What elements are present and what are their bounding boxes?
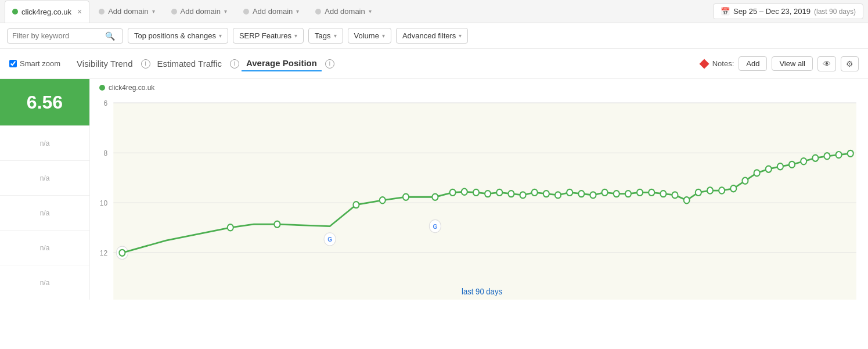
svg-point-42 (578, 190, 584, 197)
na-row-3: n/a (0, 195, 89, 230)
add-domain-label-4: Add domain (325, 7, 365, 16)
svg-point-41 (567, 189, 572, 196)
notes-add-button[interactable]: Add (739, 56, 767, 71)
date-range-button[interactable]: 📅 Sep 25 – Dec 23, 2019 (last 90 days) (713, 3, 863, 19)
visibility-trend-info-icon[interactable]: i (141, 59, 150, 69)
svg-text:6: 6 (104, 98, 108, 107)
average-position-label: Average Position (246, 58, 317, 68)
svg-text:10: 10 (100, 198, 107, 207)
svg-point-40 (555, 192, 561, 198)
date-range-label: Sep 25 – Dec 23, 2019 (733, 7, 811, 16)
average-position-info-icon[interactable]: i (325, 59, 334, 69)
serp-features-label: SERP Features (239, 31, 291, 40)
svg-point-28 (380, 197, 386, 203)
svg-point-24 (119, 250, 125, 256)
svg-point-31 (450, 189, 456, 196)
visibility-trend-label: Visibility Trend (77, 59, 132, 69)
serp-features-filter-button[interactable]: SERP Features ▾ (233, 28, 304, 44)
active-tab-label: click4reg.co.uk (21, 8, 71, 16)
add-domain-button-2[interactable]: Add domain ▾ (164, 3, 234, 19)
svg-point-38 (532, 189, 538, 196)
svg-point-57 (754, 170, 760, 176)
svg-point-58 (766, 166, 772, 172)
notes-diamond-icon (699, 59, 709, 69)
svg-text:G: G (327, 236, 332, 243)
svg-point-47 (637, 189, 643, 196)
svg-rect-0 (113, 103, 856, 300)
tab-bar: click4reg.co.uk × Add domain ▾ Add domai… (0, 0, 868, 23)
add-domain-dot-icon (99, 9, 105, 15)
search-icon[interactable]: 🔍 (105, 31, 115, 41)
svg-point-45 (614, 190, 620, 197)
smart-zoom-label: Smart zoom (20, 59, 60, 68)
add-domain-dot-icon-3 (243, 9, 249, 15)
svg-point-60 (789, 161, 795, 168)
chevron-down-icon-1: ▾ (152, 8, 155, 15)
tab-estimated-traffic[interactable]: Estimated Traffic (153, 56, 226, 71)
top-positions-filter-button[interactable]: Top positions & changes ▾ (128, 28, 228, 44)
date-range-sub: (last 90 days) (814, 8, 856, 16)
svg-point-52 (696, 189, 701, 196)
notes-section: Notes: Add View all 👁 ⚙ (701, 56, 859, 71)
add-domain-dot-icon-2 (171, 9, 177, 15)
chevron-down-icon-positions: ▾ (219, 33, 222, 39)
average-position-score: 6.56 (0, 79, 89, 125)
svg-point-30 (432, 194, 438, 200)
chevron-down-icon-tags: ▾ (334, 33, 337, 39)
na-row-4: n/a (0, 230, 89, 265)
svg-point-48 (649, 189, 654, 196)
svg-point-44 (602, 189, 608, 196)
calendar-icon: 📅 (721, 7, 730, 16)
add-domain-button-1[interactable]: Add domain ▾ (92, 3, 161, 19)
na-row-1: n/a (0, 125, 89, 160)
svg-point-46 (625, 190, 631, 197)
svg-text:8: 8 (104, 148, 108, 157)
svg-point-50 (672, 192, 678, 198)
svg-point-29 (403, 194, 409, 200)
chart-header: Smart zoom Visibility Trend i Estimated … (0, 49, 868, 79)
filter-bar: 🔍 Top positions & changes ▾ SERP Feature… (0, 23, 868, 49)
tab-visibility-trend[interactable]: Visibility Trend (72, 56, 137, 71)
tags-filter-button[interactable]: Tags ▾ (308, 28, 343, 44)
smart-zoom-checkbox[interactable] (9, 60, 17, 67)
add-domain-button-3[interactable]: Add domain ▾ (236, 3, 306, 19)
add-domain-button-4[interactable]: Add domain ▾ (308, 3, 378, 19)
svg-point-35 (496, 189, 502, 196)
svg-point-64 (836, 152, 842, 158)
svg-point-63 (824, 153, 830, 159)
svg-text:G: G (433, 222, 438, 230)
svg-point-49 (660, 190, 666, 197)
tab-close-button[interactable]: × (77, 7, 82, 16)
chevron-down-icon-advanced: ▾ (459, 33, 462, 39)
svg-text:last 90 days: last 90 days (462, 286, 502, 296)
svg-point-62 (812, 155, 818, 161)
estimated-traffic-info-icon[interactable]: i (230, 59, 239, 69)
advanced-filters-button[interactable]: Advanced filters ▾ (396, 28, 469, 44)
svg-text:12: 12 (100, 248, 107, 257)
svg-point-54 (719, 187, 725, 193)
keyword-filter-input[interactable] (12, 31, 105, 40)
svg-point-26 (274, 221, 280, 228)
chevron-down-icon-3: ▾ (296, 8, 299, 15)
svg-point-61 (801, 158, 806, 164)
tags-label: Tags (315, 31, 330, 40)
svg-point-37 (520, 192, 526, 198)
notes-viewall-button[interactable]: View all (772, 56, 813, 71)
volume-filter-button[interactable]: Volume ▾ (348, 28, 391, 44)
svg-point-33 (473, 189, 479, 196)
chart-svg: 6 8 10 12 Sep 23 Oct 7 Oct 21 Nov 4 Nov … (90, 96, 868, 300)
active-tab[interactable]: click4reg.co.uk × (5, 1, 89, 23)
add-domain-dot-icon-4 (315, 9, 321, 15)
svg-point-34 (485, 190, 491, 197)
keyword-filter-wrap[interactable]: 🔍 (7, 28, 123, 44)
chart-sidebar: 6.56 n/a n/a n/a n/a n/a (0, 79, 90, 300)
settings-button[interactable]: ⚙ (841, 56, 859, 71)
notes-label: Notes: (712, 59, 734, 68)
svg-point-65 (848, 150, 853, 157)
eye-button[interactable]: 👁 (817, 56, 836, 71)
tab-average-position[interactable]: Average Position (242, 56, 322, 71)
svg-point-55 (730, 185, 736, 192)
svg-point-51 (684, 197, 690, 203)
top-positions-label: Top positions & changes (134, 31, 216, 40)
chart-main: click4reg.co.uk 6 8 10 12 Sep 23 Oct 7 (90, 79, 868, 300)
